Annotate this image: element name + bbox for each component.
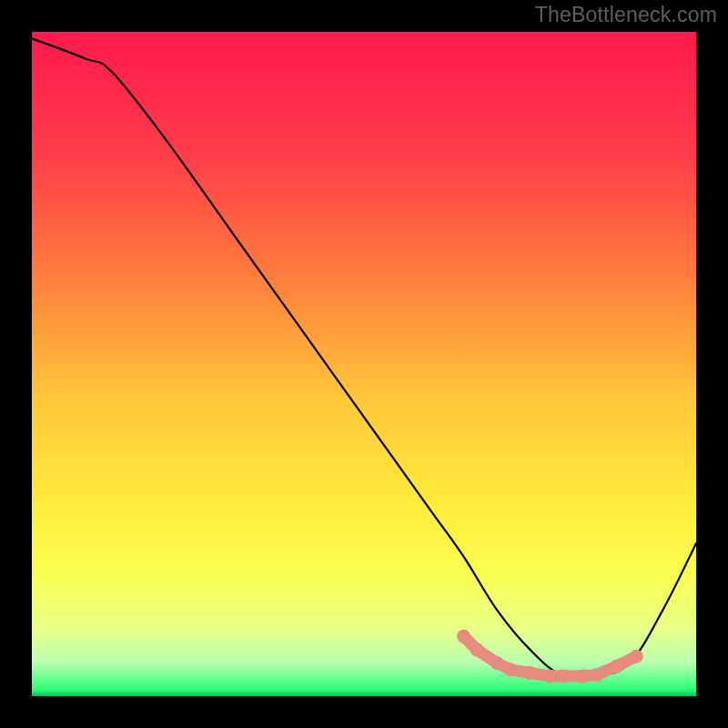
marker-dot xyxy=(590,668,603,682)
marker-dot xyxy=(503,662,517,676)
highlighted-markers xyxy=(457,630,643,683)
marker-dot xyxy=(490,656,504,670)
marker-dot xyxy=(610,660,623,673)
marker-dot xyxy=(630,650,643,663)
watermark-text: TheBottleneck.com xyxy=(535,3,717,27)
chart-frame: TheBottleneck.com xyxy=(0,0,728,728)
marker-dot xyxy=(543,670,557,683)
marker-dot xyxy=(470,642,484,656)
bottleneck-curve xyxy=(32,38,696,679)
marker-dot xyxy=(557,670,571,683)
marker-dot xyxy=(457,630,470,643)
curve-layer xyxy=(32,32,696,696)
marker-dot xyxy=(523,666,537,680)
marker-dot xyxy=(576,670,590,683)
plot-area xyxy=(32,32,696,696)
